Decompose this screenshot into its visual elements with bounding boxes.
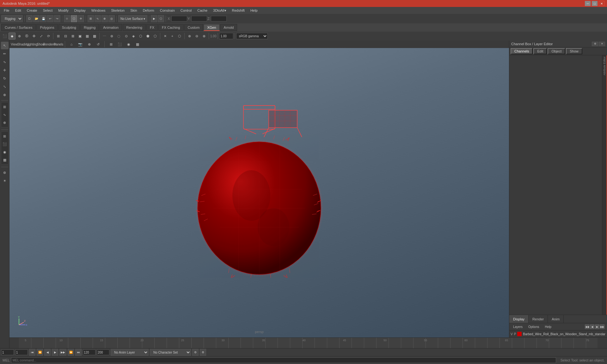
vp-shading-menu[interactable]: Shading — [20, 41, 27, 48]
save-scene-button[interactable]: 💾 — [40, 15, 46, 22]
wireframe-btn[interactable]: ⊞ — [1, 132, 9, 140]
vp-renderer-menu[interactable]: Renderer — [46, 41, 53, 48]
tool-icon-23[interactable]: + — [169, 33, 176, 39]
ls-tab-layers[interactable]: Layers — [511, 325, 525, 329]
tool-icon-8[interactable]: ⊞ — [55, 33, 62, 39]
camera-tool[interactable]: ⊛ — [1, 169, 9, 176]
select-tool-button[interactable]: ⊹ — [64, 15, 70, 22]
tab-sculpting[interactable]: Sculpting — [58, 24, 80, 31]
tab-arnold[interactable]: Arnold — [220, 24, 237, 31]
tab-fx-caching[interactable]: FX Caching — [158, 24, 183, 31]
new-scene-button[interactable]: 🗋 — [26, 15, 33, 22]
tool-icon-3[interactable]: ⊕ — [16, 33, 23, 39]
open-scene-button[interactable]: 📂 — [33, 15, 40, 22]
vp-panels-menu[interactable]: Panels — [55, 41, 62, 48]
menu-create[interactable]: Create — [24, 7, 40, 14]
menu-edit[interactable]: Edit — [13, 7, 24, 14]
close-button[interactable]: ✕ — [599, 1, 604, 6]
smooth-btn[interactable]: ◉ — [1, 148, 9, 156]
paint-tool[interactable]: ✏ — [1, 50, 9, 58]
texture-btn[interactable]: ▩ — [1, 156, 9, 164]
move-tool-button[interactable]: ✛ — [78, 15, 84, 22]
menu-windows[interactable]: Windows — [89, 7, 108, 14]
playback-play[interactable]: ▶ — [52, 349, 58, 356]
range-end2-input[interactable] — [97, 349, 109, 355]
menu-redshift[interactable]: Redshift — [230, 7, 247, 14]
character-set-dropdown[interactable]: No Character Set — [150, 349, 191, 356]
tab-polygons[interactable]: Polygons — [36, 24, 58, 31]
vp-icon-home[interactable]: ⌂ — [68, 41, 75, 48]
current-frame-input[interactable] — [15, 349, 28, 355]
tool-icon-19[interactable]: ⬡ — [137, 33, 144, 39]
menu-help[interactable]: Help — [248, 7, 260, 14]
move-tool[interactable]: ✛ — [1, 66, 9, 74]
x-input[interactable] — [171, 16, 187, 21]
settings-button[interactable]: ⚙ — [200, 349, 206, 356]
tool-icon-9[interactable]: ⊟ — [62, 33, 69, 39]
tool-icon-6[interactable]: ⤢ — [38, 33, 45, 39]
channel-box-close[interactable]: ✕ — [599, 42, 605, 46]
redo-button[interactable]: ↪ — [54, 15, 60, 22]
tool-icon-20[interactable]: ⬟ — [144, 33, 151, 39]
channel-box-settings[interactable]: ⚙ — [592, 42, 598, 46]
playback-next-key[interactable]: ⏩ — [68, 349, 74, 356]
tab-curves-surfaces[interactable]: Curves / Surfaces — [1, 24, 36, 31]
le-tab-display[interactable]: Display — [509, 315, 529, 323]
render-button[interactable]: ▶ — [151, 15, 157, 22]
snap-curve-button[interactable]: ∿ — [95, 15, 101, 22]
tab-fx[interactable]: FX — [146, 24, 158, 31]
tool-icon-4[interactable]: ⦿ — [23, 33, 30, 39]
universal-tool[interactable]: ⊕ — [1, 91, 9, 99]
menu-control[interactable]: Control — [178, 7, 194, 14]
vp-icon-wire[interactable]: ⊞ — [107, 41, 114, 48]
vp-icon-smooth[interactable]: ◉ — [125, 41, 132, 48]
layer-nav-last[interactable]: ▶▶ — [600, 325, 604, 329]
ls-tab-help[interactable]: Help — [542, 325, 554, 329]
step-input[interactable] — [219, 33, 233, 39]
vp-icon-cam[interactable]: 📷 — [77, 41, 84, 48]
tool-icon-1[interactable]: ⬛ — [1, 33, 8, 39]
layer-nav-next[interactable]: ▶ — [595, 325, 599, 329]
tool-icon-17[interactable]: ⊙ — [123, 33, 130, 39]
range-start-input[interactable] — [1, 349, 14, 355]
playback-next[interactable]: ▶▶ — [59, 349, 66, 356]
tab-xgen[interactable]: XGen — [204, 24, 219, 31]
snap-grid-button[interactable]: ⊞ — [88, 15, 94, 22]
tab-custom[interactable]: Custom — [184, 24, 203, 31]
tab-rendering[interactable]: Rendering — [123, 24, 146, 31]
vp-icon-res[interactable]: ↺ — [95, 41, 101, 48]
tool-icon-24[interactable]: ⬡ — [176, 33, 183, 39]
lasso-tool[interactable]: ∿ — [1, 58, 9, 66]
undo-button[interactable]: ↩ — [47, 15, 53, 22]
range-end-input[interactable] — [83, 349, 95, 355]
no-live-surface-dropdown[interactable]: No Live Surface▾ — [118, 15, 147, 22]
tool-icon-13[interactable]: ▩ — [91, 33, 98, 39]
select-tool[interactable]: ↖ — [1, 42, 9, 49]
menu-skeleton[interactable]: Skeleton — [108, 7, 127, 14]
anim-layer-dropdown[interactable]: No Anim Layer — [111, 349, 149, 356]
ls-tab-options[interactable]: Options — [526, 325, 542, 329]
maximize-button[interactable]: □ — [592, 1, 598, 6]
le-tab-render[interactable]: Render — [529, 315, 548, 323]
menu-deform[interactable]: Deform — [140, 7, 157, 14]
vp-icon-solid[interactable]: ⬛ — [116, 41, 123, 48]
menu-file[interactable]: File — [1, 7, 12, 14]
solid-btn[interactable]: ⬛ — [1, 140, 9, 148]
cb-tab-edit[interactable]: Edit — [533, 48, 547, 54]
tab-rigging[interactable]: Rigging — [80, 24, 99, 31]
menu-select[interactable]: Select — [40, 7, 55, 14]
cb-tab-object[interactable]: Object — [548, 48, 565, 54]
autokey-button[interactable]: ⚙ — [192, 349, 199, 356]
z-input[interactable] — [211, 16, 227, 21]
menu-cache[interactable]: Cache — [195, 7, 210, 14]
le-tab-anim[interactable]: Anim — [548, 315, 564, 323]
vp-icon-sel[interactable]: ⊕ — [86, 41, 93, 48]
workspace-dropdown[interactable]: Rigging — [1, 15, 23, 22]
playback-last[interactable]: ⏭ — [75, 349, 82, 356]
playback-first[interactable]: ⏮ — [29, 349, 35, 356]
snap-point-button[interactable]: ⊕ — [101, 15, 108, 22]
tool-icon-2[interactable]: ◈ — [9, 33, 15, 39]
tool-icon-26[interactable]: ⊖ — [193, 33, 200, 39]
tool-icon-27[interactable]: ⊗ — [200, 33, 207, 39]
menu-3dtaall[interactable]: 3DtoAll▾ — [211, 7, 229, 14]
